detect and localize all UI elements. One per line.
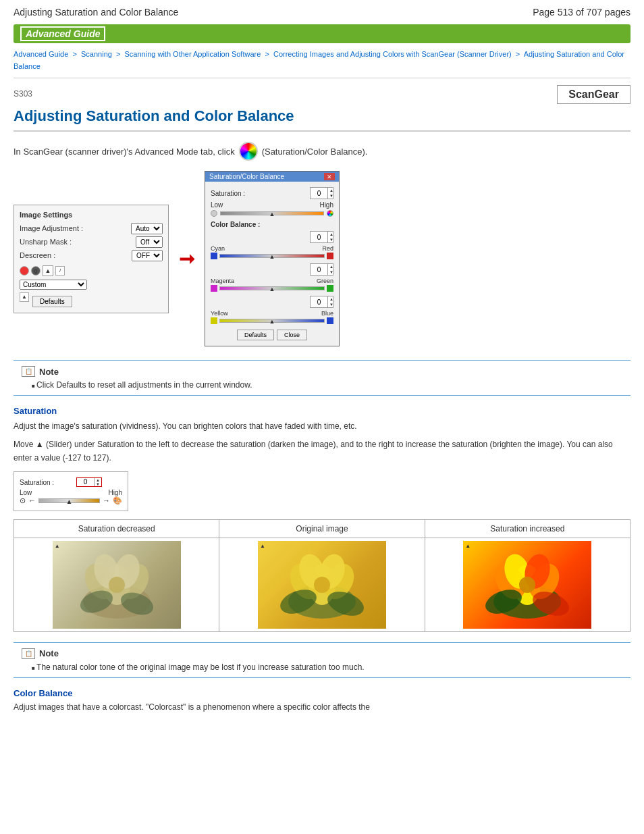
image-adjustment-value: Auto [131,223,163,234]
breadcrumb-link-1[interactable]: Advanced Guide [14,50,68,58]
settings-row-3: Descreen : OFF [20,250,163,261]
unsharp-mask-select[interactable]: Off [136,236,163,248]
intro-text-after: (Saturation/Color Balance). [262,147,368,157]
breadcrumb-link-2[interactable]: Scanning [81,50,112,58]
note-section-1: 📋 Note Click Defaults to reset all adjus… [14,360,630,396]
sat-demo-spin-arrows: ▲ ▼ [94,478,101,486]
cyan-down[interactable]: ▼ [328,237,335,242]
color-balance-text: Adjust images that have a colorcast. "Co… [14,701,630,714]
flower-decreased-triangle: ▲ [55,543,60,549]
sat-demo-arrow-right-icon[interactable]: → [103,496,110,504]
cb-cyan-value-row: ▲ ▼ [211,231,333,243]
sat-demo-thumb[interactable]: ▲ [66,498,73,505]
dialog-title: Saturation/Color Balance [209,173,284,180]
yellow-blue-thumb[interactable]: ▲ [269,318,275,325]
cell-decreased: ▲ [14,538,219,631]
saturation-input[interactable] [311,188,327,199]
saturation-section: Saturation Adjust the image's saturation… [14,406,630,511]
blue-icon [327,317,333,324]
note-item-2-1: The natural color tone of the original i… [32,662,622,672]
flower-decreased-image: ▲ [53,541,181,629]
saturation-up-arrow[interactable]: ▲ [328,188,335,193]
svg-point-6 [109,577,125,593]
sat-demo-track[interactable]: ▲ [38,498,100,503]
saturation-thumb[interactable]: ▲ [269,211,275,217]
col-header-decreased: Saturation decreased [14,519,219,538]
custom-select[interactable]: Custom [20,280,87,290]
magenta-arrows: ▲ ▼ [327,264,335,275]
descreen-label: Descreen : [20,251,55,259]
sat-demo-down[interactable]: ▼ [95,482,101,486]
breadcrumb-link-4[interactable]: Correcting Images and Adjusting Colors w… [273,50,512,58]
comparison-table: Saturation decreased Original image Satu… [14,519,630,632]
cyan-red-row: ▲ ▼ Cyan Red ▲ [211,231,333,259]
magenta-down[interactable]: ▼ [328,269,335,275]
dialog-buttons-row: Defaults Close [211,330,333,340]
breadcrumb-link-3[interactable]: Scanning with Other Application Software [125,50,261,58]
magenta-green-track[interactable]: ▲ [219,286,325,290]
cyan-up[interactable]: ▲ [328,232,335,237]
sat-demo-slider-row: ⊙ ← ▲ → 🎨 [20,496,122,505]
saturation-text2: Move ▲ (Slider) under Saturation to the … [14,438,630,464]
descreen-select[interactable]: OFF [132,250,163,261]
cyan-red-labels: Cyan Red [211,245,333,252]
yellow-input[interactable] [311,296,327,307]
magenta-up[interactable]: ▲ [328,264,335,269]
sat-demo-label: Saturation : ▲ ▼ [20,477,122,487]
svg-point-15 [314,577,330,593]
color-balance-section: Color Balance : ▲ ▼ Cyan Red [211,221,333,324]
yellow-blue-slider-row: ▲ [211,317,333,324]
saturation-slider-row: ▲ [211,210,333,217]
magenta-green-row: ▲ ▼ Magenta Green ▲ [211,263,333,292]
red-arrow-icon: ➞ [179,248,194,270]
cyan-red-thumb[interactable]: ▲ [269,253,275,260]
sat-circle-right-icon [327,210,333,217]
icon-pen: / [55,266,65,276]
cyan-red-track[interactable]: ▲ [219,254,325,258]
yellow-blue-row: ▲ ▼ Yellow Blue ▲ [211,296,333,324]
sat-demo-input[interactable] [77,478,94,486]
saturation-low-label: Low [211,201,223,209]
saturation-high-label: High [319,201,333,209]
icon-triangle-defaults-row: ▲ Defaults [20,292,163,307]
saturation-track[interactable]: ▲ [220,211,324,215]
magenta-label: Magenta [211,278,234,284]
cyan-red-slider-row: ▲ [211,253,333,259]
color-balance-heading: Color Balance [14,688,630,698]
saturation-down-arrow[interactable]: ▼ [328,193,335,199]
image-adjustment-select[interactable]: Auto [131,223,163,234]
dialog-defaults-button[interactable]: Defaults [237,330,274,340]
saturation-demo: Saturation : ▲ ▼ Low High ⊙ ← ▲ → 🎨 [14,471,128,511]
yellow-down[interactable]: ▼ [328,302,335,307]
magenta-green-thumb[interactable]: ▲ [269,286,275,292]
sat-demo-arrow-left-icon[interactable]: ← [28,496,36,504]
icon-red-circle [20,266,29,276]
yellow-blue-track[interactable]: ▲ [219,319,325,323]
note-title-2: 📋 Note [22,648,622,659]
image-settings-defaults-button[interactable]: Defaults [32,296,72,307]
saturation-heading: Saturation [14,406,630,416]
sat-demo-low: Low [20,489,32,496]
sat-demo-high: High [108,489,122,496]
settings-row-2: Unsharp Mask : Off [20,236,163,248]
dialog-titlebar: Saturation/Color Balance ✕ [205,172,339,182]
cyan-input[interactable] [311,232,327,242]
icon-triangle-box: ▲ [20,292,29,302]
section-code: S303 [14,89,32,99]
dialog-close-x[interactable]: ✕ [324,173,335,180]
dialog-close-button[interactable]: Close [277,330,307,340]
yellow-up[interactable]: ▲ [328,296,335,302]
saturation-dialog: Saturation/Color Balance ✕ Saturation : … [205,171,340,346]
yellow-blue-labels: Yellow Blue [211,310,333,317]
magenta-icon [211,285,217,292]
yellow-icon [211,317,217,324]
note-item-1-1: Click Defaults to reset all adjustments … [32,380,622,390]
note-label-2: Note [39,648,59,658]
flower-increased-svg [466,544,588,625]
cyan-spinbox: ▲ ▼ [310,231,333,243]
saturation-low-high: Low High [211,201,333,209]
unsharp-mask-value: Off [136,236,163,248]
note-section-2: 📋 Note The natural color tone of the ori… [14,642,630,678]
cyan-label: Cyan [211,245,225,252]
magenta-input[interactable] [311,264,327,275]
